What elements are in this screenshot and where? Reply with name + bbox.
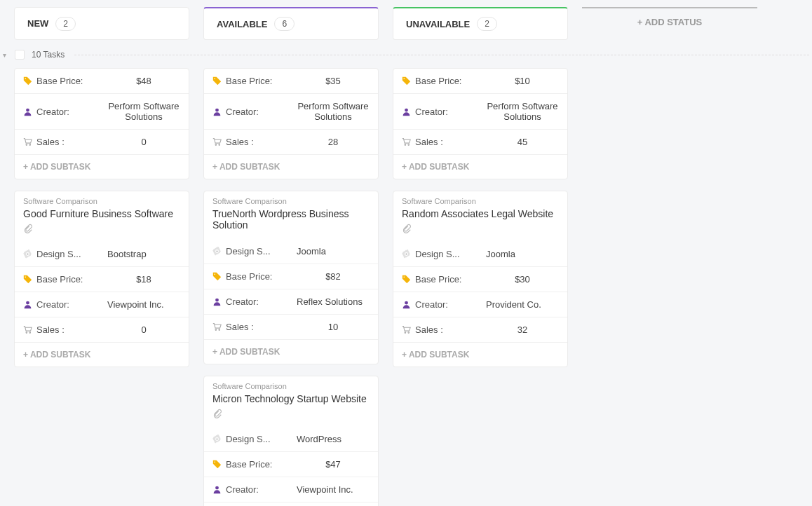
card-field-row: Creator:Perform Software Solutions: [393, 94, 567, 130]
field-value: $10: [486, 76, 559, 86]
svg-point-17: [408, 144, 410, 146]
card-category: Software Comparison: [15, 191, 189, 205]
field-label: Creator:: [212, 107, 297, 117]
card-field-row: Sales :29: [204, 502, 378, 506]
attachment-icon: [212, 409, 222, 418]
svg-point-0: [26, 144, 27, 146]
field-label: Base Price:: [212, 271, 297, 282]
task-card[interactable]: Software ComparisonRandom Associates Leg…: [393, 191, 568, 367]
field-label: Sales :: [212, 322, 297, 332]
card-field-row: Base Price:$10: [393, 69, 567, 94]
tag-icon: [212, 76, 222, 86]
column-header-available[interactable]: AVAILABLE6: [203, 7, 379, 40]
tag-icon: [402, 76, 411, 86]
add-subtask-button[interactable]: + ADD SUBTASK: [204, 340, 378, 364]
cart-icon: [402, 325, 411, 334]
tag-icon: [402, 275, 411, 284]
field-label: Base Price:: [212, 459, 297, 470]
field-value: Reflex Solutions: [297, 296, 370, 307]
card-field-row: Base Price:$82: [204, 264, 378, 289]
task-card[interactable]: Software ComparisonMicron Technology Sta…: [203, 376, 379, 506]
svg-point-7: [219, 144, 220, 146]
column-header-unavailable[interactable]: UNAVAILABLE2: [393, 7, 568, 40]
column-title: NEW: [27, 18, 48, 29]
field-label: Base Price:: [23, 76, 107, 86]
card-title: TrueNorth Wordpress Business Solution: [204, 205, 378, 239]
field-label: Design S...: [23, 249, 107, 259]
add-subtask-button[interactable]: + ADD SUBTASK: [15, 155, 189, 179]
add-subtask-button[interactable]: + ADD SUBTASK: [393, 155, 567, 179]
column-available: Base Price:$35Creator:Perform Software S…: [203, 68, 379, 506]
card-title: Random Associates Legal Website: [393, 205, 567, 242]
field-label: Creator:: [23, 107, 107, 117]
field-label: Base Price:: [402, 274, 486, 285]
add-subtask-button[interactable]: + ADD SUBTASK: [204, 155, 378, 179]
task-card[interactable]: Base Price:$48Creator:Perform Software S…: [14, 68, 189, 179]
cart-icon: [23, 137, 32, 146]
field-label: Creator:: [212, 484, 297, 495]
field-value: WordPress: [297, 434, 370, 444]
task-card[interactable]: Software ComparisonGood Furniture Busine…: [14, 191, 189, 367]
field-value: $18: [107, 274, 180, 285]
field-label: Creator:: [402, 107, 486, 117]
column-title: UNAVAILABLE: [406, 19, 470, 29]
field-value: 0: [107, 137, 180, 147]
field-label: Creator:: [23, 299, 107, 310]
field-label: Sales :: [402, 137, 486, 147]
field-value: 0: [107, 324, 180, 335]
field-value: Viewpoint Inc.: [107, 299, 180, 310]
field-value: 28: [297, 137, 370, 147]
card-field-row: Base Price:$47: [204, 452, 378, 477]
field-value: $30: [486, 274, 559, 285]
field-value: $48: [107, 76, 180, 86]
field-value: $82: [297, 271, 370, 282]
svg-point-16: [405, 144, 406, 146]
task-card[interactable]: Base Price:$35Creator:Perform Software S…: [203, 68, 379, 179]
field-value: 32: [486, 324, 559, 335]
card-field-row: Sales :28: [204, 130, 378, 155]
svg-point-20: [405, 332, 406, 334]
card-field-row: Sales :45: [393, 130, 567, 155]
task-card[interactable]: Base Price:$10Creator:Perform Software S…: [393, 68, 568, 179]
column-count-badge: 2: [55, 17, 76, 31]
tasks-row: ▾ 10 Tasks: [0, 40, 812, 68]
field-value: Viewpoint Inc.: [297, 484, 370, 495]
card-field-row: Creator:Perform Software Solutions: [204, 94, 378, 130]
card-field-row: Design S...Bootstrap: [15, 242, 189, 267]
task-card[interactable]: Software ComparisonTrueNorth Wordpress B…: [203, 191, 379, 364]
field-label: Design S...: [212, 246, 297, 257]
field-label: Design S...: [212, 434, 297, 444]
field-label: Creator:: [212, 296, 297, 307]
field-label: Base Price:: [23, 274, 107, 285]
color-swatch[interactable]: [15, 50, 25, 60]
gear-icon: [212, 435, 222, 444]
column-header-new[interactable]: NEW2: [14, 7, 189, 40]
add-status-button[interactable]: + ADD STATUS: [582, 7, 757, 40]
field-value: Provident Co.: [486, 299, 559, 310]
field-value: Perform Software Solutions: [297, 101, 370, 122]
cart-icon: [402, 137, 411, 146]
field-value: Joomla: [297, 246, 370, 257]
add-subtask-button[interactable]: + ADD SUBTASK: [393, 343, 567, 367]
card-field-row: Creator:Reflex Solutions: [204, 289, 378, 315]
card-field-row: Creator:Perform Software Solutions: [15, 94, 189, 130]
card-category: Software Comparison: [204, 376, 378, 390]
card-field-row: Creator:Viewpoint Inc.: [15, 292, 189, 317]
user-icon: [402, 300, 411, 309]
collapse-chevron-icon[interactable]: ▾: [3, 51, 6, 59]
tasks-count-label: 10 Tasks: [32, 50, 65, 60]
card-field-row: Creator:Viewpoint Inc.: [204, 477, 378, 502]
field-label: Base Price:: [402, 76, 486, 86]
field-value: 10: [297, 322, 370, 332]
field-value: $47: [297, 459, 370, 470]
field-value: 45: [486, 137, 559, 147]
user-icon: [212, 297, 222, 306]
field-label: Sales :: [23, 137, 107, 147]
tag-icon: [23, 76, 32, 86]
gear-icon: [402, 249, 411, 259]
add-subtask-button[interactable]: + ADD SUBTASK: [15, 343, 189, 367]
card-field-row: Base Price:$35: [204, 69, 378, 94]
svg-point-9: [216, 250, 217, 252]
field-value: Bootstrap: [107, 249, 180, 259]
field-value: Joomla: [486, 249, 559, 259]
